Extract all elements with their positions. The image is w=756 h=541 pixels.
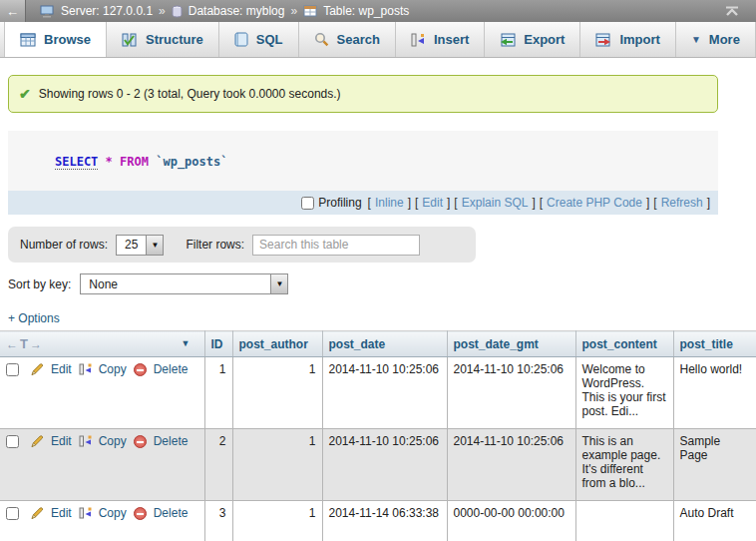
- refresh-link[interactable]: Refresh: [661, 196, 703, 210]
- copy-row-link[interactable]: Copy: [99, 362, 127, 376]
- rows-per-page-select[interactable]: 25 ▼: [116, 235, 164, 256]
- cell-id: 1: [204, 357, 232, 429]
- sort-controls: Sort by key: None ▼: [8, 273, 756, 294]
- tab-browse[interactable]: Browse: [4, 22, 107, 57]
- cell-post-title: Auto Draft: [673, 501, 756, 541]
- delete-row-link[interactable]: Delete: [154, 434, 189, 448]
- edit-query-link[interactable]: Edit: [422, 196, 443, 210]
- cell-post-author: 1: [232, 501, 322, 541]
- bracket: ]: [532, 196, 535, 210]
- copy-row-icon: [79, 506, 92, 520]
- delete-row-icon: [134, 363, 147, 376]
- breadcrumb-database[interactable]: Database: myblog: [189, 4, 285, 18]
- row-checkbox[interactable]: [6, 435, 19, 448]
- header-post-content[interactable]: post_content: [575, 331, 673, 357]
- row-checkbox[interactable]: [6, 363, 19, 376]
- cell-post-content: This is an example page. It's different …: [575, 429, 673, 501]
- database-icon: [172, 5, 183, 18]
- filter-rows-input[interactable]: [252, 235, 420, 256]
- header-actions[interactable]: ←T→ ▼: [0, 331, 204, 357]
- import-icon: [595, 33, 611, 47]
- tab-sql-label: SQL: [256, 32, 283, 47]
- sort-order-icon[interactable]: ←T→: [6, 337, 44, 351]
- copy-row-link[interactable]: Copy: [99, 506, 127, 520]
- bracket: ]: [408, 196, 411, 210]
- cell-post-date: 2014-11-10 10:25:06: [322, 357, 447, 429]
- cell-id: 3: [204, 501, 232, 541]
- copy-row-icon: [79, 362, 92, 376]
- create-php-code-link[interactable]: Create PHP Code: [547, 196, 642, 210]
- tab-more[interactable]: ▼ More: [676, 22, 756, 57]
- chevron-down-icon: ▼: [691, 34, 701, 45]
- header-post-date-gmt[interactable]: post_date_gmt: [447, 331, 575, 357]
- breadcrumb-server[interactable]: Server: 127.0.0.1: [61, 4, 153, 18]
- sql-keyword-from: FROM: [120, 155, 149, 169]
- results-table: ←T→ ▼ ID post_author post_date post_date…: [0, 330, 756, 541]
- bracket: [: [653, 196, 656, 210]
- cell-post-author: 1: [232, 357, 322, 429]
- column-visibility-dropdown-icon[interactable]: ▼: [182, 338, 190, 348]
- table-row: Edit Copy Delete 1 1 2014-11-10 10:25:06…: [0, 357, 756, 429]
- delete-row-icon: [134, 507, 147, 520]
- number-of-rows-label: Number of rows:: [20, 238, 108, 252]
- delete-row-link[interactable]: Delete: [154, 506, 189, 520]
- sql-table-identifier: `wp_posts`: [156, 155, 227, 169]
- tab-more-label: More: [709, 32, 740, 47]
- query-box: SELECT * FROM `wp_posts` Profiling [ Inl…: [8, 131, 718, 215]
- collapse-navigation-button[interactable]: [724, 6, 740, 17]
- tab-sql[interactable]: SQL: [219, 22, 299, 57]
- bracket: ]: [646, 196, 649, 210]
- edit-row-link[interactable]: Edit: [51, 434, 72, 448]
- header-post-title[interactable]: post_title: [673, 331, 756, 357]
- profiling-checkbox[interactable]: [301, 197, 314, 210]
- tab-insert[interactable]: Insert: [396, 22, 485, 57]
- status-message-text: Showing rows 0 - 2 (3 total, Query took …: [39, 87, 341, 101]
- row-checkbox[interactable]: [6, 507, 19, 520]
- header-post-author[interactable]: post_author: [232, 331, 322, 357]
- success-check-icon: ✔: [19, 86, 31, 102]
- breadcrumb: Server: 127.0.0.1 » Database: myblog » T…: [40, 4, 409, 18]
- sort-by-key-label: Sort by key:: [8, 277, 71, 291]
- filter-rows-label: Filter rows:: [186, 238, 244, 252]
- back-arrow-icon: ←: [6, 4, 19, 19]
- cell-post-title: Sample Page: [673, 429, 756, 501]
- back-button[interactable]: ←: [0, 0, 26, 22]
- tab-search[interactable]: Search: [299, 22, 396, 57]
- server-icon: [40, 5, 55, 18]
- header-post-date[interactable]: post_date: [322, 331, 447, 357]
- query-options-bar: Profiling [ Inline ] [ Edit ] [ Explain …: [8, 191, 718, 215]
- table-row: Edit Copy Delete 3 1 2014-11-14 06:33:38…: [0, 501, 756, 541]
- header-id[interactable]: ID: [204, 331, 232, 357]
- bracket: ]: [447, 196, 450, 210]
- edit-row-link[interactable]: Edit: [51, 506, 72, 520]
- sort-by-key-value: None: [81, 277, 270, 291]
- sort-by-key-select[interactable]: None ▼: [80, 273, 288, 294]
- browse-icon: [20, 33, 36, 47]
- tab-structure[interactable]: Structure: [107, 22, 219, 57]
- breadcrumb-table[interactable]: Table: wp_posts: [323, 4, 409, 18]
- options-toggle-link[interactable]: + Options: [8, 311, 756, 325]
- table-header-row: ←T→ ▼ ID post_author post_date post_date…: [0, 331, 756, 357]
- tab-bar: Browse Structure SQL Search Insert Expor…: [0, 22, 756, 58]
- edit-row-link[interactable]: Edit: [51, 362, 72, 376]
- sql-star: *: [106, 155, 113, 169]
- tab-import[interactable]: Import: [580, 22, 675, 57]
- tab-export[interactable]: Export: [485, 22, 580, 57]
- select-dropdown-button[interactable]: ▼: [146, 236, 163, 255]
- insert-icon: [411, 33, 426, 47]
- profiling-label: Profiling: [318, 196, 361, 210]
- copy-row-link[interactable]: Copy: [99, 434, 127, 448]
- tab-structure-label: Structure: [146, 32, 203, 47]
- breadcrumb-separator: »: [159, 4, 166, 18]
- breadcrumb-separator: »: [290, 4, 297, 18]
- bracket: [: [368, 196, 371, 210]
- cell-post-title: Hello world!: [673, 357, 756, 429]
- cell-post-date: 2014-11-10 10:25:06: [322, 429, 447, 501]
- cell-post-content: [575, 501, 673, 541]
- delete-row-icon: [134, 435, 147, 448]
- select-dropdown-button[interactable]: ▼: [270, 274, 287, 293]
- delete-row-link[interactable]: Delete: [154, 362, 189, 376]
- status-message: ✔ Showing rows 0 - 2 (3 total, Query too…: [8, 75, 718, 113]
- inline-link[interactable]: Inline: [375, 196, 404, 210]
- explain-sql-link[interactable]: Explain SQL: [462, 196, 529, 210]
